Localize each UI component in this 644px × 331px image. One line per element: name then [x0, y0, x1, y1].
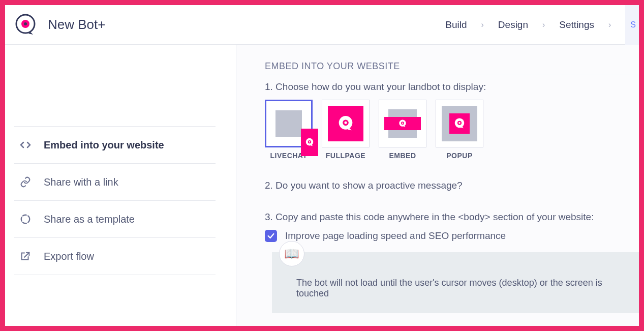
section-title: EMBED INTO YOUR WEBSITE: [265, 61, 639, 75]
step-1-label: 1. Choose how do you want your landbot t…: [265, 81, 639, 93]
sidebar-item-embed[interactable]: Embed into your website: [14, 126, 216, 164]
sidebar-item-export-flow[interactable]: Export flow: [14, 238, 216, 275]
code-icon: [19, 139, 32, 151]
svg-point-6: [309, 141, 311, 143]
seo-checkbox-row: Improve page loading speed and SEO perfo…: [265, 230, 639, 242]
sidebar-item-share-link[interactable]: Share with a link: [14, 164, 216, 201]
svg-point-9: [345, 122, 347, 124]
tab-design[interactable]: Design: [498, 19, 528, 31]
export-icon: [19, 250, 32, 262]
main-panel: EMBED INTO YOUR WEBSITE 1. Choose how do…: [236, 45, 639, 326]
seo-checkbox[interactable]: [265, 230, 277, 242]
book-icon: 📖: [279, 241, 304, 266]
step-2-label: 2. Do you want to show a proactive messa…: [265, 180, 639, 191]
info-text: The bot will not load until the user's c…: [296, 278, 633, 299]
option-label: EMBED: [389, 152, 416, 160]
display-option-livechat[interactable]: LIVECHAT: [265, 100, 313, 160]
app-logo: [12, 12, 39, 38]
option-label: POPUP: [446, 152, 473, 160]
sidebar-item-label: Share with a link: [44, 176, 118, 188]
svg-point-15: [458, 122, 461, 124]
svg-point-3: [21, 215, 30, 224]
display-options: LIVECHAT FULLPAGE: [265, 100, 639, 160]
page-title: New Bot+: [48, 17, 105, 33]
link-icon: [19, 176, 32, 188]
header-bar: New Bot+ Build › Design › Settings › S: [5, 5, 639, 45]
sidebar-item-label: Share as a template: [44, 214, 135, 225]
seo-checkbox-label: Improve page loading speed and SEO perfo…: [285, 230, 506, 242]
cycle-icon: [19, 213, 32, 225]
display-option-embed[interactable]: EMBED: [379, 100, 426, 160]
sidebar-item-label: Export flow: [44, 251, 94, 262]
info-box: 📖 The bot will not load until the user's…: [272, 252, 639, 313]
tab-settings[interactable]: Settings: [559, 19, 594, 31]
tab-share[interactable]: S: [625, 5, 639, 45]
display-option-popup[interactable]: POPUP: [436, 100, 483, 160]
chevron-right-icon: ›: [481, 20, 484, 29]
tab-build[interactable]: Build: [445, 19, 467, 31]
svg-point-2: [24, 22, 27, 25]
svg-point-12: [402, 123, 404, 124]
option-label: FULLPAGE: [326, 152, 365, 160]
sidebar-item-share-template[interactable]: Share as a template: [14, 201, 216, 238]
chevron-right-icon: ›: [608, 20, 611, 29]
step-3-label: 3. Copy and paste this code anywhere in …: [265, 212, 639, 223]
display-option-fullpage[interactable]: FULLPAGE: [322, 100, 370, 160]
header-tabs: Build › Design › Settings › S: [445, 5, 639, 45]
sidebar-item-label: Embed into your website: [44, 139, 164, 151]
sidebar: Embed into your website Share with a lin…: [5, 45, 236, 326]
chevron-right-icon: ›: [542, 20, 545, 29]
